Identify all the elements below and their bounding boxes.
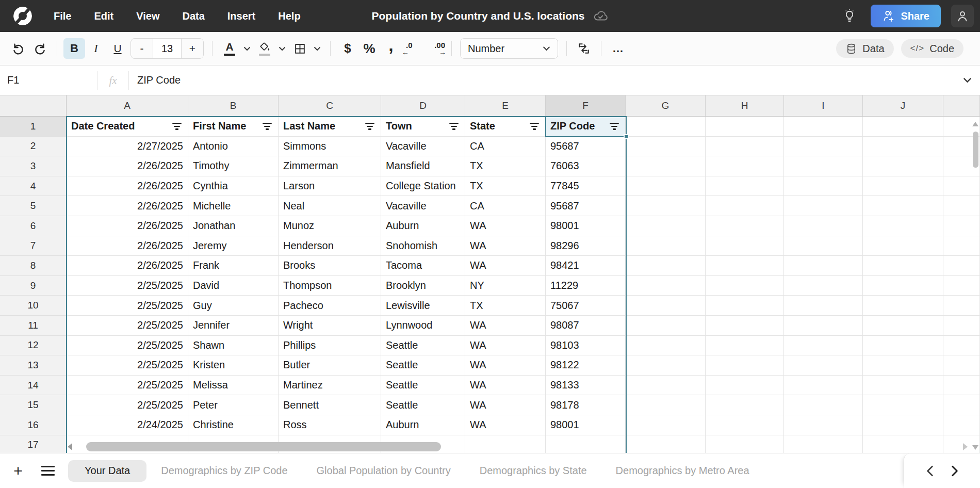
- cell-A16[interactable]: 2/24/2025: [67, 415, 188, 435]
- cell-F5[interactable]: 95687: [546, 196, 626, 216]
- cell-J2[interactable]: [863, 137, 943, 157]
- cell-B1[interactable]: First Name: [188, 117, 279, 137]
- italic-button[interactable]: I: [85, 38, 107, 59]
- undo-button[interactable]: [7, 38, 29, 59]
- cell-E4[interactable]: TX: [465, 176, 546, 197]
- fit-to-data-button[interactable]: [573, 38, 595, 59]
- cell-B2[interactable]: Antonio: [188, 137, 279, 157]
- cell-D2[interactable]: Vacaville: [381, 137, 465, 157]
- sheet-tab-demographics-by-state[interactable]: Demographics by State: [465, 460, 601, 482]
- column-header-A[interactable]: A: [67, 95, 188, 116]
- row-header-8[interactable]: 8: [0, 256, 67, 276]
- cell-F13[interactable]: 98122: [546, 355, 626, 376]
- underline-button[interactable]: U: [107, 38, 128, 59]
- cell-F8[interactable]: 98421: [546, 256, 626, 276]
- cell-A14[interactable]: 2/25/2025: [67, 376, 188, 396]
- font-size-value[interactable]: 13: [153, 39, 182, 58]
- column-header-J[interactable]: J: [863, 95, 943, 116]
- cell-E2[interactable]: CA: [465, 137, 546, 157]
- cell-C9[interactable]: Thompson: [279, 276, 381, 296]
- account-avatar-button[interactable]: [951, 5, 974, 27]
- cell-A13[interactable]: 2/25/2025: [67, 355, 188, 376]
- text-color-button[interactable]: A: [219, 38, 240, 59]
- cell-J10[interactable]: [863, 296, 943, 316]
- scroll-right-arrow[interactable]: [963, 443, 968, 450]
- font-size-decrease-button[interactable]: -: [131, 39, 153, 58]
- cell-G5[interactable]: [626, 196, 706, 216]
- cell-C6[interactable]: Munoz: [279, 216, 381, 236]
- formula-input[interactable]: ZIP Code: [129, 74, 963, 86]
- filter-icon[interactable]: [449, 123, 459, 130]
- filter-icon[interactable]: [263, 123, 272, 130]
- row-header-15[interactable]: 15: [0, 395, 67, 415]
- cell-F1[interactable]: ZIP Code: [546, 117, 626, 137]
- row-header-5[interactable]: 5: [0, 196, 67, 216]
- cell-I8[interactable]: [784, 256, 863, 276]
- cell-F3[interactable]: 76063: [546, 156, 626, 176]
- cell-B12[interactable]: Shawn: [188, 336, 279, 356]
- number-format-select[interactable]: Number: [460, 38, 558, 59]
- cell-J15[interactable]: [863, 395, 943, 415]
- cell-J5[interactable]: [863, 196, 943, 216]
- cell-E9[interactable]: NY: [465, 276, 546, 296]
- cell-J14[interactable]: [863, 376, 943, 396]
- row-header-12[interactable]: 12: [0, 336, 67, 356]
- cell-B11[interactable]: Jennifer: [188, 316, 279, 336]
- cell-F9[interactable]: 11229: [546, 276, 626, 296]
- cell-F11[interactable]: 98087: [546, 316, 626, 336]
- cell-H3[interactable]: [706, 156, 784, 176]
- cell-F12[interactable]: 98103: [546, 336, 626, 356]
- cell-H10[interactable]: [706, 296, 784, 316]
- row-header-4[interactable]: 4: [0, 176, 67, 197]
- row-header-6[interactable]: 6: [0, 216, 67, 236]
- horizontal-scroll-thumb[interactable]: [86, 442, 441, 451]
- cell-D6[interactable]: Auburn: [381, 216, 465, 236]
- cell-E8[interactable]: WA: [465, 256, 546, 276]
- cell-B7[interactable]: Jeremy: [188, 236, 279, 256]
- cell-E3[interactable]: TX: [465, 156, 546, 176]
- cell-F14[interactable]: 98133: [546, 376, 626, 396]
- borders-dropdown[interactable]: [311, 38, 324, 59]
- cell-C8[interactable]: Brooks: [279, 256, 381, 276]
- cell-E6[interactable]: WA: [465, 216, 546, 236]
- cell-D7[interactable]: Snohomish: [381, 236, 465, 256]
- cell-E13[interactable]: WA: [465, 355, 546, 376]
- cell-B3[interactable]: Timothy: [188, 156, 279, 176]
- column-header-D[interactable]: D: [381, 95, 465, 116]
- cell-E5[interactable]: CA: [465, 196, 546, 216]
- cell-H1[interactable]: [706, 117, 784, 137]
- cell-I9[interactable]: [784, 276, 863, 296]
- sheet-tab-demographics-by-metro-area[interactable]: Demographics by Metro Area: [601, 460, 764, 482]
- cell-F15[interactable]: 98178: [546, 395, 626, 415]
- cell-J4[interactable]: [863, 176, 943, 197]
- cell-A1[interactable]: Date Created: [67, 117, 188, 137]
- menu-insert[interactable]: Insert: [227, 10, 255, 22]
- row-header-10[interactable]: 10: [0, 296, 67, 316]
- cell-A7[interactable]: 2/26/2025: [67, 236, 188, 256]
- menu-view[interactable]: View: [136, 10, 159, 22]
- cell-I16[interactable]: [784, 415, 863, 435]
- row-header-17[interactable]: 17: [0, 435, 67, 453]
- cell-D11[interactable]: Lynnwood: [381, 316, 465, 336]
- cell-D3[interactable]: Mansfield: [381, 156, 465, 176]
- cell-C12[interactable]: Phillips: [279, 336, 381, 356]
- cell-H2[interactable]: [706, 137, 784, 157]
- cell-A3[interactable]: 2/26/2025: [67, 156, 188, 176]
- cell-I13[interactable]: [784, 355, 863, 376]
- cell-C13[interactable]: Butler: [279, 355, 381, 376]
- cell-J16[interactable]: [863, 415, 943, 435]
- cell-I1[interactable]: [784, 117, 863, 137]
- cell-C10[interactable]: Pacheco: [279, 296, 381, 316]
- add-sheet-button[interactable]: +: [9, 462, 27, 480]
- cell-I4[interactable]: [784, 176, 863, 197]
- cell-D15[interactable]: Seattle: [381, 395, 465, 415]
- menu-help[interactable]: Help: [278, 10, 300, 22]
- document-title[interactable]: Population by Country and U.S. locations: [371, 10, 584, 22]
- row-header-14[interactable]: 14: [0, 376, 67, 396]
- row-header-9[interactable]: 9: [0, 276, 67, 296]
- cell-H5[interactable]: [706, 196, 784, 216]
- cell-C1[interactable]: Last Name: [279, 117, 381, 137]
- cell-E11[interactable]: WA: [465, 316, 546, 336]
- menu-edit[interactable]: Edit: [94, 10, 113, 22]
- cell-B4[interactable]: Cynthia: [188, 176, 279, 197]
